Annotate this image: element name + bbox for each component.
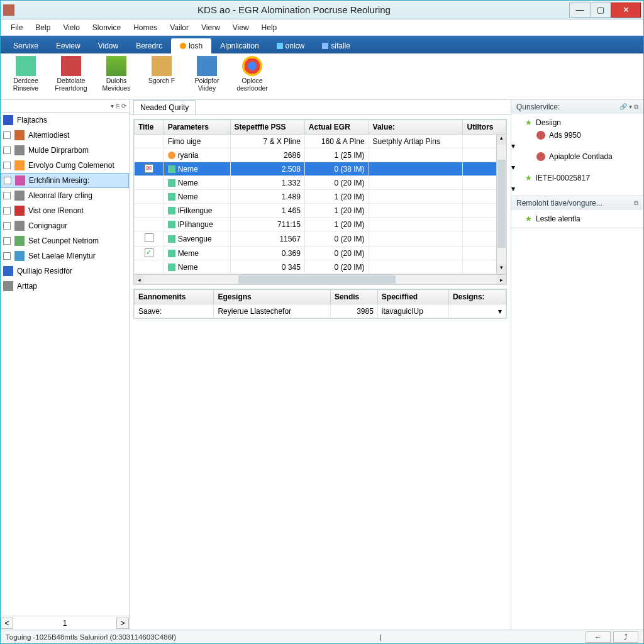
menu-file[interactable]: File: [4, 21, 29, 35]
close-button[interactable]: ✕: [611, 3, 641, 18]
grid-scroll-h[interactable]: ◂ ▸: [134, 274, 506, 284]
table-row[interactable]: Fimo uige7 & X Pline160 & A PlneSuetphly…: [135, 135, 506, 148]
pager-next[interactable]: >: [116, 618, 129, 629]
sidebar-checkbox[interactable]: [4, 177, 11, 184]
sidebar-item-4[interactable]: Erlchfinin Mresirg:: [1, 173, 129, 188]
sidebar-checkbox[interactable]: [3, 192, 11, 199]
rp-item[interactable]: ★Desiign: [511, 116, 643, 129]
grid-scroll-v[interactable]: ▴ ▾: [496, 135, 506, 274]
rp-item[interactable]: Apiaplole Contlada: [511, 150, 643, 163]
scroll-up-icon[interactable]: ▴: [497, 135, 506, 145]
sidebar-item-1[interactable]: Altemiodiest: [1, 128, 129, 143]
ribbon-item-dulohs[interactable]: Dulohs Mevidues: [97, 56, 135, 98]
sidebar-checkbox[interactable]: [3, 207, 11, 214]
grid2-header[interactable]: Sendis: [330, 290, 377, 304]
ribbon-item-oploce[interactable]: Oploce desrlooder: [233, 56, 271, 98]
sidebar-checkbox[interactable]: [3, 252, 11, 260]
pager-prev[interactable]: <: [1, 618, 13, 629]
menu-slonvice[interactable]: Slonvice: [86, 21, 127, 35]
sidebar-item-icon: [14, 145, 25, 155]
sidebar-checkbox[interactable]: [3, 237, 11, 245]
sidebar-item-2[interactable]: Mulde Dirprarbom: [1, 143, 129, 158]
grid2-header[interactable]: Eannomenits: [135, 290, 214, 304]
sidebar-tools[interactable]: ▾ ⎘ ⟳: [1, 100, 129, 113]
table-row[interactable]: Neme2.5080 (38 IM): [135, 162, 506, 176]
table-row[interactable]: ryania26861 (25 IM): [135, 148, 506, 162]
scroll-right-icon[interactable]: ▸: [496, 275, 506, 284]
grid2-cell[interactable]: Saave:: [135, 304, 214, 318]
ribbon-tab-alpnlication[interactable]: Alpnlication: [211, 38, 267, 53]
ribbon-item-derdcee[interactable]: Derdcee Rinseive: [7, 56, 45, 98]
sidebar-item-11[interactable]: Arttap: [1, 279, 129, 294]
ribbon-tab-eeview[interactable]: Eeview: [47, 38, 89, 53]
grid-header[interactable]: Value:: [369, 120, 463, 135]
sidebar-item-8[interactable]: Set Ceunpet Netriom: [1, 233, 129, 248]
chevron-down-icon[interactable]: ▾: [511, 184, 515, 193]
rp-tools-1[interactable]: 🔗 ▾ ⧉: [619, 103, 638, 111]
sidebar-checkbox[interactable]: [3, 162, 11, 169]
menu-homes[interactable]: Homes: [127, 21, 164, 35]
detail-grid[interactable]: EannomenitsEgesignsSendisSpeciffiedDesig…: [134, 289, 506, 318]
scroll-thumb-v[interactable]: [497, 160, 506, 248]
ribbon-tab-losh[interactable]: losh: [171, 38, 211, 53]
sidebar-item-5[interactable]: Aleonral lfary crling: [1, 188, 129, 203]
rp-item[interactable]: ★lETEl-00025817: [511, 172, 643, 184]
table-row[interactable]: Meme0.3690 (20 IM): [135, 247, 506, 260]
grid2-cell[interactable]: 3985: [330, 304, 377, 318]
grid-header[interactable]: Stepetffie PSS: [230, 120, 304, 135]
minimize-button[interactable]: —: [569, 3, 591, 18]
grid-header[interactable]: Actual EGR: [304, 120, 369, 135]
grid2-cell[interactable]: ▾: [448, 304, 506, 318]
menu-vielo[interactable]: Vielo: [57, 21, 86, 35]
grid2-header[interactable]: Designs:: [448, 290, 506, 304]
rp-item[interactable]: ★Lestle alentla: [511, 213, 643, 225]
grid2-header[interactable]: Speciffied: [377, 290, 448, 304]
table-row[interactable]: lFilkengue1 4651 (20 IM): [135, 204, 506, 218]
grid2-cell[interactable]: Reyierue Liastechefor: [214, 304, 331, 318]
sidebar-checkbox[interactable]: [3, 131, 11, 139]
maximize-button[interactable]: ▢: [590, 3, 611, 18]
grid2-cell[interactable]: itavaguicIUp: [377, 304, 448, 318]
sidebar-item-0[interactable]: Flajtachs: [1, 113, 129, 128]
ribbon-item-poidpfor[interactable]: Poidpfor Viidey: [188, 56, 226, 98]
ribbon-tab-beredrc[interactable]: Beredrc: [127, 38, 171, 53]
grid-header[interactable]: Utiltors: [463, 120, 506, 135]
sidebar-item-9[interactable]: Set Laelae Mlenytur: [1, 248, 129, 264]
grid2-header[interactable]: Egesigns: [214, 290, 331, 304]
menu-vierw[interactable]: Vierw: [195, 21, 226, 35]
sidebar-item-6[interactable]: Vist one lRenont: [1, 203, 129, 218]
table-row[interactable]: lPlihangue711:151 (20 IM): [135, 218, 506, 231]
sidebar-checkbox[interactable]: [3, 222, 11, 230]
rp-item[interactable]: Ads 9950: [511, 129, 643, 142]
sidebar-checkbox[interactable]: [3, 147, 11, 154]
ribbon-tab-servixe[interactable]: Servixe: [4, 38, 47, 53]
ribbon-item-sgorch[interactable]: Sgorch F: [143, 56, 180, 98]
sidebar-item-7[interactable]: Conignagur: [1, 218, 129, 233]
chevron-down-icon[interactable]: ▾: [511, 142, 515, 150]
grid-header[interactable]: Title: [135, 120, 164, 135]
grid-header[interactable]: Parameters: [164, 120, 230, 135]
ribbon-item-debtolate[interactable]: Debtolate Freartdong: [52, 56, 90, 98]
center-tab-neaded[interactable]: Neaded Qurity: [133, 100, 196, 114]
menu-help[interactable]: Help: [255, 21, 284, 35]
main-grid[interactable]: TitleParametersStepetffie PSSActual EGRV…: [134, 119, 506, 274]
scroll-thumb-h[interactable]: [238, 275, 396, 284]
table-row[interactable]: Neme1.3320 (20 IM): [135, 176, 506, 190]
chevron-down-icon[interactable]: ▾: [511, 163, 515, 172]
table-row[interactable]: Neme0 3450 (20 IM): [135, 260, 506, 274]
ribbon-tab-onlcw[interactable]: onlcw: [268, 38, 314, 53]
scroll-down-icon[interactable]: ▾: [497, 264, 506, 274]
menu-view[interactable]: View: [226, 21, 255, 35]
scroll-left-icon[interactable]: ◂: [134, 275, 144, 284]
sidebar-item-10[interactable]: Qulliajo Residfor: [1, 264, 129, 279]
status-back-button[interactable]: ←: [586, 631, 611, 643]
menu-belp[interactable]: Belp: [29, 21, 57, 35]
rp-tools-2[interactable]: ⧉: [634, 199, 638, 207]
menu-vailor[interactable]: Vailor: [164, 21, 195, 35]
table-row[interactable]: Neme1.4891 (20 IM): [135, 190, 506, 204]
sidebar-item-3[interactable]: Ervolyo Cumg Colemenot: [1, 158, 129, 173]
table-row[interactable]: Savengue115670 (20 IM): [135, 231, 506, 247]
ribbon-tab-sifalle[interactable]: sifalle: [313, 38, 359, 53]
ribbon-tab-vidow[interactable]: Vidow: [89, 38, 127, 53]
status-fwd-button[interactable]: ⤴: [613, 631, 638, 643]
